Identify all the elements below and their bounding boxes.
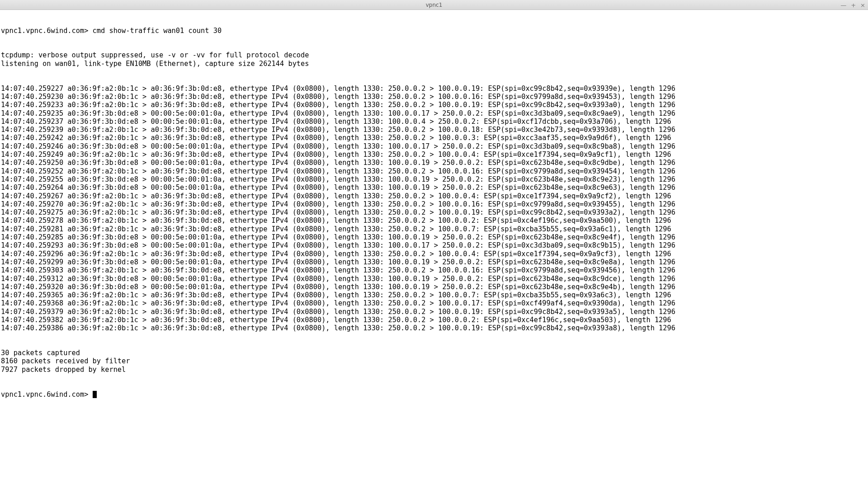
- packet-line: 14:07:40.259237 a0:36:9f:3b:0d:e8 > 00:0…: [1, 117, 867, 126]
- minimize-icon[interactable]: —: [840, 2, 846, 9]
- packet-line: 14:07:40.259365 a0:36:9f:a2:0b:1c > a0:3…: [1, 291, 867, 299]
- prompt-command-line: vpnc1.vpnc.6wind.com> cmd show-traffic w…: [1, 27, 867, 35]
- maximize-icon[interactable]: +: [851, 2, 856, 9]
- packet-line: 14:07:40.259278 a0:36:9f:a2:0b:1c > a0:3…: [1, 216, 867, 225]
- packet-line: 14:07:40.259250 a0:36:9f:3b:0d:e8 > 00:0…: [1, 159, 867, 167]
- shell-prompt: vpnc1.vpnc.6wind.com>: [1, 27, 93, 35]
- packet-line: 14:07:40.259303 a0:36:9f:a2:0b:1c > a0:3…: [1, 266, 867, 274]
- packet-line: 14:07:40.259293 a0:36:9f:3b:0d:e8 > 00:0…: [1, 241, 867, 249]
- prompt-idle-line: vpnc1.vpnc.6wind.com>: [1, 390, 867, 399]
- packet-line: 14:07:40.259227 a0:36:9f:a2:0b:1c > a0:3…: [1, 84, 867, 93]
- packet-line: 14:07:40.259235 a0:36:9f:3b:0d:e8 > 00:0…: [1, 109, 867, 117]
- packet-line: 14:07:40.259267 a0:36:9f:a2:0b:1c > a0:3…: [1, 192, 867, 200]
- tcpdump-summary-line: 30 packets captured: [1, 349, 867, 357]
- tcpdump-summary-line: 7927 packets dropped by kernel: [1, 366, 867, 374]
- packet-line: 14:07:40.259368 a0:36:9f:a2:0b:1c > a0:3…: [1, 299, 867, 307]
- packet-line: 14:07:40.259264 a0:36:9f:3b:0d:e8 > 00:0…: [1, 183, 867, 192]
- tcpdump-summary-line: 8160 packets received by filter: [1, 357, 867, 365]
- packet-line: 14:07:40.259230 a0:36:9f:a2:0b:1c > a0:3…: [1, 93, 867, 101]
- packet-line: 14:07:40.259382 a0:36:9f:a2:0b:1c > a0:3…: [1, 316, 867, 324]
- packet-line: 14:07:40.259246 a0:36:9f:3b:0d:e8 > 00:0…: [1, 142, 867, 150]
- packet-line: 14:07:40.259312 a0:36:9f:3b:0d:e8 > 00:0…: [1, 275, 867, 283]
- window-title: vpnc1: [426, 2, 443, 8]
- shell-prompt: vpnc1.vpnc.6wind.com>: [1, 390, 93, 399]
- packet-line: 14:07:40.259285 a0:36:9f:3b:0d:e8 > 00:0…: [1, 233, 867, 241]
- packet-line: 14:07:40.259281 a0:36:9f:a2:0b:1c > a0:3…: [1, 225, 867, 233]
- packet-line: 14:07:40.259386 a0:36:9f:a2:0b:1c > a0:3…: [1, 324, 867, 332]
- tcpdump-header-line: listening on wan01, link-type EN10MB (Et…: [1, 60, 867, 68]
- packet-line: 14:07:40.259299 a0:36:9f:3b:0d:e8 > 00:0…: [1, 258, 867, 266]
- window-controls: — + ×: [840, 0, 865, 10]
- packet-line: 14:07:40.259249 a0:36:9f:a2:0b:1c > a0:3…: [1, 150, 867, 159]
- cursor-icon: [93, 391, 97, 398]
- tcpdump-header-line: tcpdump: verbose output suppressed, use …: [1, 51, 867, 59]
- close-icon[interactable]: ×: [860, 2, 865, 9]
- packet-line: 14:07:40.259320 a0:36:9f:3b:0d:e8 > 00:0…: [1, 283, 867, 291]
- packet-line: 14:07:40.259379 a0:36:9f:a2:0b:1c > a0:3…: [1, 308, 867, 316]
- packet-line: 14:07:40.259270 a0:36:9f:a2:0b:1c > a0:3…: [1, 200, 867, 208]
- window-titlebar: vpnc1 — + ×: [0, 0, 868, 10]
- packet-line: 14:07:40.259296 a0:36:9f:a2:0b:1c > a0:3…: [1, 250, 867, 258]
- packet-line: 14:07:40.259242 a0:36:9f:a2:0b:1c > a0:3…: [1, 134, 867, 142]
- packet-line: 14:07:40.259275 a0:36:9f:a2:0b:1c > a0:3…: [1, 208, 867, 216]
- packet-line: 14:07:40.259252 a0:36:9f:a2:0b:1c > a0:3…: [1, 167, 867, 175]
- packet-line: 14:07:40.259239 a0:36:9f:a2:0b:1c > a0:3…: [1, 126, 867, 134]
- packet-line: 14:07:40.259233 a0:36:9f:a2:0b:1c > a0:3…: [1, 101, 867, 109]
- packet-line: 14:07:40.259255 a0:36:9f:3b:0d:e8 > 00:0…: [1, 175, 867, 183]
- entered-command: cmd show-traffic wan01 count 30: [93, 27, 222, 35]
- terminal-output[interactable]: vpnc1.vpnc.6wind.com> cmd show-traffic w…: [0, 10, 868, 488]
